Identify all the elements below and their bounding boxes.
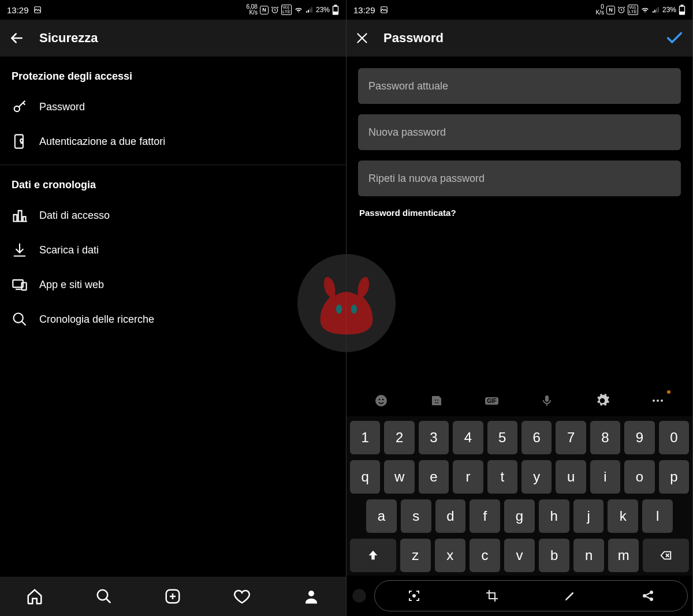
- nav-newpost-icon[interactable]: [163, 587, 182, 606]
- key-m[interactable]: m: [608, 539, 639, 572]
- emoji-icon[interactable]: [372, 391, 390, 410]
- search-icon: [12, 311, 28, 327]
- network-speed: 6,08K/s: [246, 4, 257, 16]
- crop-icon[interactable]: [484, 588, 500, 604]
- key-i[interactable]: i: [590, 460, 620, 494]
- key-5[interactable]: 5: [487, 421, 517, 454]
- phone-right-password: 13:29 0K/s N Vo)LTE 23% Password: [346, 0, 693, 616]
- item-download-data[interactable]: Scarica i dati: [0, 233, 346, 267]
- item-two-factor[interactable]: Autenticazione a due fattori: [0, 124, 346, 159]
- screenshot-icon: [33, 6, 42, 14]
- nav-search-icon[interactable]: [94, 587, 114, 606]
- key-a[interactable]: a: [366, 499, 397, 533]
- devices-icon: [12, 277, 28, 293]
- share-icon[interactable]: [640, 588, 656, 604]
- section-data-history: Dati e cronologia: [0, 165, 346, 198]
- key-z[interactable]: z: [400, 539, 431, 572]
- key-x[interactable]: x: [435, 539, 465, 572]
- status-time: 13:29: [7, 5, 29, 15]
- svg-point-30: [413, 595, 415, 597]
- repeat-password-input[interactable]: [358, 160, 681, 196]
- svg-point-14: [308, 591, 314, 596]
- key-2[interactable]: 2: [384, 421, 414, 454]
- section-login-protection: Protezione degli accessi: [0, 57, 346, 89]
- item-access-data[interactable]: Dati di accesso: [0, 198, 346, 233]
- wifi-icon: [640, 6, 650, 14]
- gif-icon[interactable]: GIF: [483, 391, 501, 410]
- alarm-icon: [617, 6, 625, 14]
- item-search-history[interactable]: Cronologia delle ricerche: [0, 302, 346, 337]
- key-3[interactable]: 3: [419, 421, 449, 454]
- close-icon[interactable]: [355, 31, 370, 46]
- svg-point-32: [650, 591, 653, 593]
- svg-point-7: [14, 106, 20, 111]
- key-0[interactable]: 0: [659, 421, 689, 454]
- key-d[interactable]: d: [435, 499, 466, 533]
- item-access-data-label: Dati di accesso: [39, 210, 110, 222]
- screenshot-icon: [380, 6, 388, 14]
- item-search-history-label: Cronologia delle ricerche: [39, 313, 154, 326]
- key-k[interactable]: k: [608, 499, 638, 533]
- item-apps-websites-label: App e siti web: [39, 279, 104, 291]
- gear-icon[interactable]: [593, 391, 612, 410]
- key-b[interactable]: b: [539, 539, 569, 572]
- svg-rect-18: [681, 5, 683, 6]
- nav-profile-icon[interactable]: [301, 587, 321, 606]
- bottom-nav: [0, 577, 346, 616]
- key-t[interactable]: t: [487, 460, 517, 494]
- key-e[interactable]: e: [419, 460, 449, 494]
- emoji-toggle-icon[interactable]: [351, 588, 367, 604]
- sticker-icon[interactable]: [427, 391, 446, 410]
- forgot-password-link[interactable]: Password dimenticata?: [358, 207, 681, 218]
- mic-icon[interactable]: [538, 391, 556, 410]
- key-8[interactable]: 8: [590, 421, 620, 454]
- key-icon: [12, 99, 28, 115]
- confirm-check-icon[interactable]: [665, 28, 684, 48]
- key-n[interactable]: n: [573, 539, 604, 572]
- key-w[interactable]: w: [384, 460, 414, 494]
- keyboard-toolbar: GIF: [346, 385, 692, 416]
- svg-point-11: [14, 313, 23, 323]
- security-content: Protezione degli accessi Password Autent…: [0, 57, 346, 577]
- more-icon[interactable]: [649, 391, 667, 410]
- key-s[interactable]: s: [401, 499, 431, 533]
- key-p[interactable]: p: [659, 460, 689, 494]
- current-password-input[interactable]: [358, 68, 681, 104]
- signal-icon: [652, 6, 660, 14]
- key-7[interactable]: 7: [556, 421, 586, 454]
- key-h[interactable]: h: [539, 499, 569, 533]
- key-6[interactable]: 6: [521, 421, 552, 454]
- scan-icon[interactable]: [406, 588, 422, 604]
- svg-point-24: [437, 400, 438, 401]
- key-j[interactable]: j: [573, 499, 604, 533]
- key-u[interactable]: u: [556, 460, 586, 494]
- nav-activity-icon[interactable]: [232, 587, 252, 606]
- key-v[interactable]: v: [504, 539, 535, 572]
- key-g[interactable]: g: [504, 499, 535, 533]
- key-row-3: asdfghjkl: [350, 499, 689, 533]
- key-4[interactable]: 4: [453, 421, 483, 454]
- key-q[interactable]: q: [350, 460, 380, 494]
- key-c[interactable]: c: [470, 539, 500, 572]
- nav-home-icon[interactable]: [25, 587, 44, 606]
- key-l[interactable]: l: [642, 499, 673, 533]
- key-r[interactable]: r: [453, 460, 483, 494]
- key-o[interactable]: o: [624, 460, 654, 494]
- keyboard-pill: [374, 580, 688, 611]
- back-arrow-icon[interactable]: [8, 29, 25, 47]
- key-row-2: qwertyuiop: [350, 460, 689, 494]
- svg-point-21: [379, 399, 381, 401]
- status-bar: 13:29 6,08K/s N Vo)LTE 23%: [0, 0, 346, 20]
- key-y[interactable]: y: [521, 460, 552, 494]
- key-9[interactable]: 9: [624, 421, 654, 454]
- svg-rect-8: [15, 135, 23, 148]
- pencil-icon[interactable]: [562, 588, 578, 604]
- new-password-input[interactable]: [358, 114, 681, 150]
- shift-key[interactable]: [350, 539, 396, 572]
- svg-rect-10: [22, 283, 27, 290]
- key-f[interactable]: f: [470, 499, 500, 533]
- item-password[interactable]: Password: [0, 89, 346, 124]
- item-apps-websites[interactable]: App e siti web: [0, 267, 346, 302]
- key-1[interactable]: 1: [350, 421, 380, 454]
- backspace-key[interactable]: [643, 539, 689, 572]
